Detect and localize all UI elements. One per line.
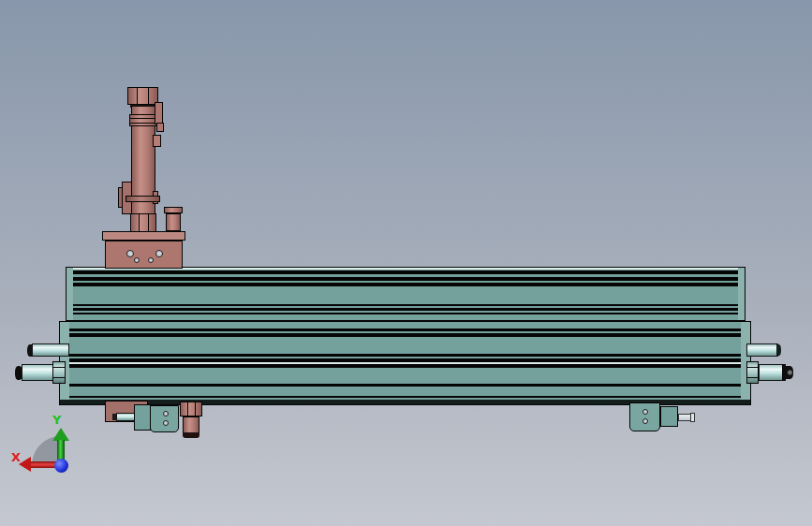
cylinder-side-rail[interactable]: [155, 102, 163, 124]
mounting-block[interactable]: [105, 241, 183, 269]
cad-viewport: Y X: [0, 0, 812, 526]
br-sensor-bracket[interactable]: [629, 402, 660, 431]
nut-facet: [53, 367, 65, 368]
body-groove: [73, 277, 738, 281]
triad-x-arrowhead[interactable]: [19, 457, 31, 472]
body-endcap-right-upper: [738, 268, 745, 320]
body-groove: [69, 329, 741, 331]
left-stopper-hex-nut[interactable]: [52, 361, 66, 384]
left-stopper-rod[interactable]: [22, 364, 54, 381]
bracket-hole: [163, 420, 169, 426]
fitting-cap: [164, 207, 183, 213]
bracket-hole: [642, 409, 648, 415]
hex-cap-facet: [148, 88, 149, 104]
fitting-cylinder[interactable]: [166, 213, 181, 231]
cylinder-side-tab: [153, 135, 161, 147]
hex-adapter-facet: [139, 214, 140, 231]
body-groove: [69, 364, 741, 368]
bl-spacer-block: [134, 404, 151, 431]
cylinder-bottom-ring: [125, 196, 160, 202]
body-groove: [73, 283, 738, 286]
body-groove: [73, 313, 738, 314]
right-buffer-rod-tip: [776, 344, 781, 356]
bl-fitting-cylinder[interactable]: [183, 416, 199, 433]
br-adjuster-block[interactable]: [660, 406, 678, 427]
right-stopper-rod[interactable]: [759, 364, 784, 381]
br-adjuster-rod[interactable]: [678, 414, 691, 421]
body-groove: [69, 354, 741, 357]
bl-sensor-bracket[interactable]: [150, 405, 179, 432]
cylinder-hex-adapter[interactable]: [130, 213, 156, 232]
right-stopper-hex-nut[interactable]: [746, 361, 759, 384]
fitting-facet: [187, 402, 188, 416]
body-groove: [73, 304, 738, 306]
bracket-hole: [163, 411, 169, 416]
bl-fitting-band: [183, 432, 199, 438]
block-hole: [155, 250, 163, 257]
hex-cap-facet: [137, 88, 138, 104]
collar-line: [130, 123, 156, 124]
left-buffer-rod[interactable]: [32, 343, 69, 357]
block-hole: [148, 257, 154, 263]
triad-y-label: Y: [52, 414, 61, 426]
triad-y-arrowhead[interactable]: [52, 428, 69, 441]
nut-facet: [747, 367, 758, 368]
block-hole: [134, 257, 140, 263]
nut-facet: [747, 377, 758, 378]
body-groove: [69, 396, 741, 398]
mounting-plate[interactable]: [102, 231, 185, 241]
right-buffer-rod[interactable]: [746, 343, 778, 357]
right-stopper-cap: [786, 366, 793, 379]
body-groove: [73, 308, 738, 311]
body-groove: [73, 270, 738, 274]
cylinder-side-rail-step: [156, 123, 164, 132]
collar-line: [130, 118, 156, 119]
cylinder-collar[interactable]: [129, 114, 157, 126]
nut-facet: [53, 377, 65, 378]
body-endcap-left-upper: [66, 268, 73, 320]
body-groove: [69, 384, 741, 387]
bracket-hole: [642, 418, 648, 424]
hex-adapter-facet: [148, 214, 149, 231]
cylinder-clamp-left-step: [118, 187, 123, 208]
bl-mini-rod[interactable]: [116, 413, 135, 421]
br-adjuster-rod-tip: [690, 413, 695, 422]
fitting-facet: [195, 402, 196, 416]
body-groove: [69, 333, 741, 337]
bl-fitting-top[interactable]: [180, 402, 202, 416]
triad-origin-sphere[interactable]: [54, 459, 68, 473]
block-hole: [126, 250, 134, 257]
